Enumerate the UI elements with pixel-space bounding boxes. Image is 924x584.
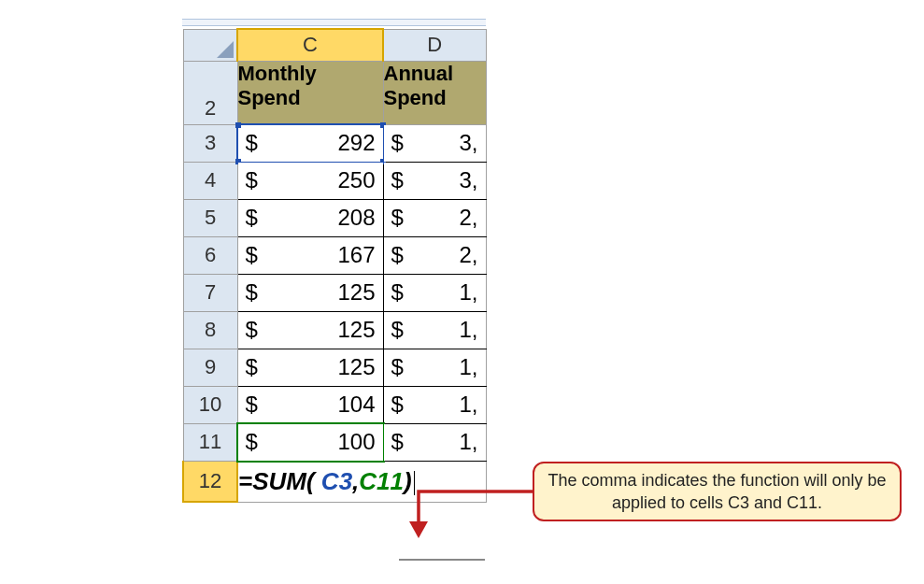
- cell-c8[interactable]: $125: [237, 311, 383, 349]
- formula-close-paren: ): [404, 467, 412, 495]
- dollar-sign: $: [391, 354, 404, 380]
- formula-equals: =: [238, 467, 252, 495]
- dollar-sign: $: [391, 279, 404, 306]
- formula-ref-c11: C11: [359, 467, 404, 495]
- formula-func-name: SUM: [252, 467, 306, 495]
- row-header-11[interactable]: 11: [183, 423, 237, 461]
- row-header-9[interactable]: 9: [183, 349, 237, 386]
- spreadsheet-grid[interactable]: C D 2 MonthlySpend AnnualSpend 3 $292 $3…: [182, 28, 487, 503]
- cell-value: 167: [337, 242, 375, 268]
- cell-c6[interactable]: $167: [237, 236, 383, 274]
- dollar-sign: $: [246, 354, 258, 380]
- svg-marker-0: [217, 41, 234, 58]
- cell-d10[interactable]: $1,: [383, 386, 486, 423]
- callout-text: The comma indicates the function will on…: [544, 469, 890, 515]
- select-all-corner[interactable]: [183, 29, 237, 61]
- row-header-8[interactable]: 8: [183, 311, 237, 349]
- row-header-10[interactable]: 10: [183, 386, 237, 423]
- formula-edit-underline: [399, 559, 485, 561]
- cell-value: 1,: [459, 354, 477, 380]
- dollar-sign: $: [391, 392, 404, 418]
- cell-d4[interactable]: $3,: [383, 162, 486, 199]
- sheet-top-border: [182, 19, 486, 26]
- cell-c7[interactable]: $125: [237, 274, 383, 311]
- dollar-sign: $: [246, 167, 258, 193]
- header-c-line2: Spend: [238, 86, 301, 109]
- row-header-2[interactable]: 2: [183, 61, 237, 124]
- text-cursor: [414, 471, 415, 495]
- cell-value: 125: [337, 354, 375, 380]
- cell-value: 125: [337, 317, 375, 343]
- cell-d9[interactable]: $1,: [383, 349, 486, 386]
- cell-value: 100: [337, 429, 375, 455]
- cell-d7[interactable]: $1,: [383, 274, 486, 311]
- header-d-line1: Annual: [384, 62, 454, 85]
- dollar-sign: $: [391, 130, 404, 156]
- cell-value: 1,: [459, 279, 477, 306]
- row-header-3[interactable]: 3: [183, 124, 237, 162]
- dollar-sign: $: [246, 429, 258, 455]
- dollar-sign: $: [391, 167, 404, 193]
- dollar-sign: $: [391, 242, 404, 268]
- cell-value: 208: [337, 205, 375, 231]
- dollar-sign: $: [246, 130, 258, 156]
- column-header-d[interactable]: D: [383, 29, 486, 61]
- row-header-4[interactable]: 4: [183, 162, 237, 199]
- dollar-sign: $: [246, 242, 258, 268]
- dollar-sign: $: [246, 205, 258, 231]
- cell-value: 2,: [459, 205, 477, 231]
- cell-c4[interactable]: $250: [237, 162, 383, 199]
- dollar-sign: $: [246, 392, 258, 418]
- cell-value: 104: [337, 392, 375, 418]
- cell-value: 1,: [459, 429, 477, 455]
- cell-c11[interactable]: $100: [237, 423, 383, 461]
- cell-c12-formula[interactable]: =SUM( C3,C11): [237, 461, 486, 502]
- row-header-6[interactable]: 6: [183, 236, 237, 274]
- cell-c9[interactable]: $125: [237, 349, 383, 386]
- cell-c2-header[interactable]: MonthlySpend: [237, 61, 383, 124]
- cell-d8[interactable]: $1,: [383, 311, 486, 349]
- header-d-line2: Spend: [384, 86, 447, 109]
- row-header-12[interactable]: 12: [183, 461, 237, 502]
- column-header-c[interactable]: C: [237, 29, 383, 61]
- cell-value: 125: [337, 279, 375, 306]
- cell-c3[interactable]: $292: [237, 124, 383, 162]
- dollar-sign: $: [246, 279, 258, 306]
- cell-c5[interactable]: $208: [237, 199, 383, 236]
- row-header-7[interactable]: 7: [183, 274, 237, 311]
- cell-value: 1,: [459, 392, 477, 418]
- cell-value: 2,: [459, 242, 477, 268]
- cell-d3[interactable]: $3,: [383, 124, 486, 162]
- row-header-5[interactable]: 5: [183, 199, 237, 236]
- cell-d11[interactable]: $1,: [383, 423, 486, 461]
- annotation-callout: The comma indicates the function will on…: [533, 462, 902, 521]
- cell-value: 3,: [459, 130, 477, 156]
- cell-d5[interactable]: $2,: [383, 199, 486, 236]
- cell-c10[interactable]: $104: [237, 386, 383, 423]
- cell-value: 292: [337, 130, 375, 156]
- formula-open-paren: (: [306, 467, 321, 495]
- dollar-sign: $: [391, 429, 404, 455]
- dollar-sign: $: [391, 205, 404, 231]
- cell-d2-header[interactable]: AnnualSpend: [383, 61, 486, 124]
- formula-ref-c3: C3: [321, 467, 352, 495]
- cell-value: 250: [337, 167, 375, 193]
- cell-value: 1,: [459, 317, 477, 343]
- cell-d6[interactable]: $2,: [383, 236, 486, 274]
- dollar-sign: $: [391, 317, 404, 343]
- dollar-sign: $: [246, 317, 258, 343]
- cell-value: 3,: [459, 167, 477, 193]
- header-c-line1: Monthly: [238, 62, 317, 85]
